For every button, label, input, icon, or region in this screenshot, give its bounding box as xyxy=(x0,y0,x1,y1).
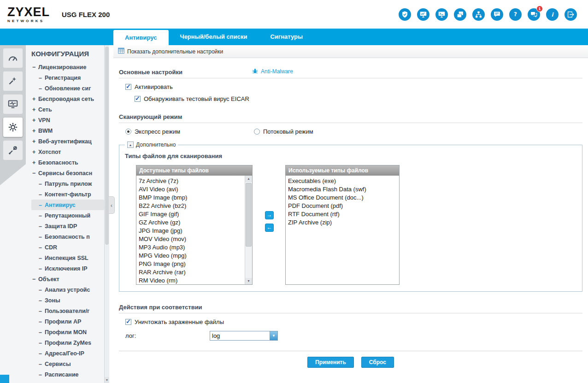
dashboard-monitor-icon[interactable] xyxy=(417,8,429,21)
express-mode-radio[interactable] xyxy=(125,129,131,135)
terminal-monitor-icon[interactable] xyxy=(435,8,448,21)
notifications-icon[interactable]: 1 xyxy=(528,8,540,21)
log-select[interactable]: log ▼ xyxy=(210,331,278,341)
tab-black-white-lists[interactable]: Черный/белый списки xyxy=(169,29,259,45)
expand-indicator[interactable]: – xyxy=(39,202,45,208)
expand-indicator[interactable]: – xyxy=(39,340,45,346)
sitemap-icon[interactable] xyxy=(472,8,485,21)
rail-gauge-icon[interactable] xyxy=(3,48,23,68)
advanced-settings-toggle[interactable]: Показать дополнительные настройки xyxy=(113,45,588,58)
collapse-section-icon[interactable]: ▲ xyxy=(127,141,134,148)
available-file-type-option[interactable]: MP3 Audio (mp3) xyxy=(139,243,244,252)
expand-indicator[interactable]: – xyxy=(39,318,45,325)
tab-signatures[interactable]: Сигнатуры xyxy=(259,29,314,45)
sidebar-item-Безопасность п[interactable]: –Безопасность п xyxy=(31,231,104,242)
stream-mode-radio[interactable] xyxy=(254,129,260,135)
console-chat-icon[interactable] xyxy=(491,8,503,21)
expand-indicator[interactable]: – xyxy=(39,308,45,314)
sidebar-item-Профили ZyMes[interactable]: –Профили ZyMes xyxy=(31,337,104,348)
sidebar-item-Обновление сиг[interactable]: –Обновление сиг xyxy=(31,83,104,94)
info-icon[interactable]: i xyxy=(546,8,559,21)
expand-indicator[interactable]: + xyxy=(32,159,38,166)
expand-indicator[interactable]: – xyxy=(39,287,45,293)
sidebar-scrollbar[interactable]: ▼ xyxy=(104,45,109,383)
sidebar-item-Беспроводная сеть[interactable]: +Беспроводная сеть xyxy=(31,94,104,104)
expand-indicator[interactable]: – xyxy=(39,371,45,378)
expand-indicator[interactable]: + xyxy=(32,138,38,145)
available-file-type-option[interactable]: BMP Image (bmp) xyxy=(139,194,244,202)
sidebar-item-Адреса/Гео-IP[interactable]: –Адреса/Гео-IP xyxy=(31,348,104,359)
expand-indicator[interactable]: – xyxy=(39,297,45,304)
sidebar-item-Зоны[interactable]: –Зоны xyxy=(31,295,104,306)
available-file-type-option[interactable]: JPG Image (jpg) xyxy=(139,227,244,235)
scroll-up-icon[interactable]: ▲ xyxy=(245,176,252,182)
sidebar-item-Веб-аутентификац[interactable]: +Веб-аутентификац xyxy=(31,136,104,147)
sidebar-item-Сеть[interactable]: +Сеть xyxy=(31,104,104,115)
used-file-type-option[interactable]: Executables (exe) xyxy=(288,177,399,185)
chevron-down-icon[interactable]: ▼ xyxy=(270,331,277,340)
available-file-type-option[interactable]: BZ2 Archive (bz2) xyxy=(139,202,244,210)
expand-indicator[interactable]: − xyxy=(32,170,38,177)
available-list-scrollbar[interactable]: ▲ ▼ xyxy=(245,176,252,284)
rail-wizard-icon[interactable] xyxy=(3,71,23,91)
sidebar-item-Хотспот[interactable]: +Хотспот xyxy=(31,147,104,157)
sidebar-scrollbar-thumb[interactable] xyxy=(105,47,109,245)
sidebar-item-VPN[interactable]: +VPN xyxy=(31,115,104,125)
sidebar-item-Сервисы безопасн[interactable]: −Сервисы безопасн xyxy=(31,168,104,178)
expand-indicator[interactable]: + xyxy=(32,117,38,124)
expand-indicator[interactable]: – xyxy=(39,329,45,336)
expand-indicator[interactable]: + xyxy=(32,128,38,134)
available-file-type-option[interactable]: PNG Image (png) xyxy=(139,260,244,268)
apply-button[interactable]: Применить xyxy=(307,357,354,368)
expand-indicator[interactable]: – xyxy=(39,75,45,81)
move-right-button[interactable]: → xyxy=(265,211,274,219)
sidebar-item-Сервисы[interactable]: –Сервисы xyxy=(31,359,104,369)
used-file-type-option[interactable]: MS Office Document (doc...) xyxy=(288,194,399,202)
sidebar-item-Анализ устройс[interactable]: –Анализ устройс xyxy=(31,284,104,295)
zyxel-logo[interactable]: ZYXEL NETWORKS xyxy=(7,6,50,23)
sidebar-item-Безопасность[interactable]: +Безопасность xyxy=(31,157,104,168)
expand-indicator[interactable]: – xyxy=(39,181,45,187)
reset-button[interactable]: Сброс xyxy=(361,357,394,368)
rail-monitor-activity-icon[interactable] xyxy=(3,94,23,114)
sidebar-item-Репутационный[interactable]: –Репутационный xyxy=(31,210,104,221)
expand-indicator[interactable]: – xyxy=(39,212,45,219)
scroll-down-icon[interactable]: ▼ xyxy=(245,278,252,284)
expand-indicator[interactable]: – xyxy=(39,350,45,357)
available-file-type-option[interactable]: GZ Archive (gz) xyxy=(139,218,244,227)
expand-indicator[interactable]: – xyxy=(39,234,45,240)
sidebar-item-Контент-фильтр[interactable]: –Контент-фильтр xyxy=(31,189,104,200)
expand-indicator[interactable]: – xyxy=(39,255,45,261)
destroy-infected-checkbox[interactable] xyxy=(125,319,131,325)
expand-indicator[interactable]: – xyxy=(39,85,45,92)
available-file-type-option[interactable]: GIF Image (gif) xyxy=(139,210,244,218)
sidebar-bottom-button[interactable] xyxy=(0,375,9,383)
used-file-type-option[interactable]: Macromedia Flash Data (swf) xyxy=(288,185,399,194)
available-file-type-option[interactable]: AVI Video (avi) xyxy=(139,185,244,194)
tab-antivirus[interactable]: Антивирус xyxy=(113,30,169,45)
sidebar-item-Расписание[interactable]: –Расписание xyxy=(31,369,104,380)
securereporter-shield-icon[interactable] xyxy=(399,8,411,21)
sidebar-item-Исключения IP[interactable]: –Исключения IP xyxy=(31,263,104,274)
expand-indicator[interactable]: – xyxy=(39,191,45,198)
used-file-type-option[interactable]: ZIP Archive (zip) xyxy=(288,218,399,227)
sidebar-item-Объект[interactable]: −Объект xyxy=(31,274,104,284)
expand-indicator[interactable]: − xyxy=(32,276,38,283)
help-icon[interactable]: ? xyxy=(509,8,522,21)
activate-checkbox[interactable] xyxy=(125,84,131,90)
available-file-type-option[interactable]: MOV Video (mov) xyxy=(139,235,244,243)
expand-indicator[interactable]: + xyxy=(32,149,38,155)
sidebar-item-Профили AP[interactable]: –Профили AP xyxy=(31,316,104,327)
available-file-type-option[interactable]: RAR Archive (rar) xyxy=(139,268,244,277)
expand-indicator[interactable]: − xyxy=(32,64,38,71)
sidebar-item-Регистрация[interactable]: –Регистрация xyxy=(31,72,104,83)
sidebar-item-Инспекция SSL[interactable]: –Инспекция SSL xyxy=(31,253,104,263)
expand-indicator[interactable]: – xyxy=(39,265,45,272)
windows-copy-icon[interactable] xyxy=(454,8,466,21)
scroll-down-icon[interactable]: ▼ xyxy=(105,377,109,383)
move-left-button[interactable]: ← xyxy=(265,224,274,232)
anti-malware-link[interactable]: Anti-Malware xyxy=(252,67,293,76)
expand-indicator[interactable]: + xyxy=(32,96,38,102)
sidebar-item-Антивирус[interactable]: –Антивирус xyxy=(31,200,104,210)
rail-tools-icon[interactable] xyxy=(3,141,23,160)
